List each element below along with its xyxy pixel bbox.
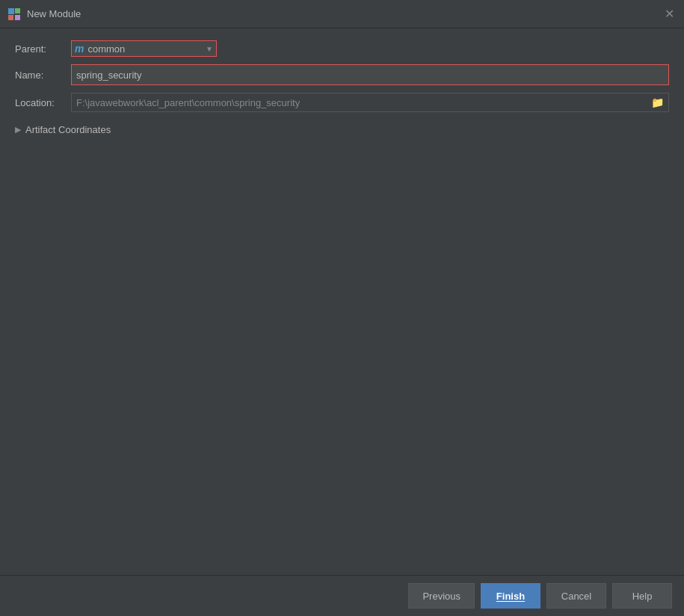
title-bar-left: New Module [7,7,81,21]
help-button[interactable]: Help [612,583,672,609]
close-button[interactable]: ✕ [662,7,677,22]
svg-rect-3 [15,15,20,20]
svg-rect-1 [15,8,20,13]
artifact-expand-icon: ▶ [15,125,21,135]
artifact-label: Artifact Coordinates [25,124,111,135]
dialog-content: Parent: m common ▼ Name: Location: F:\ja… [0,28,684,575]
svg-rect-0 [8,8,14,14]
parent-row: Parent: m common ▼ [15,40,669,57]
name-label: Name: [15,70,71,81]
location-label: Location: [15,97,71,108]
parent-dropdown[interactable]: m common ▼ [71,40,217,57]
dropdown-arrow-icon: ▼ [206,45,213,53]
name-row: Name: [15,64,669,85]
location-text: F:\javawebwork\acl_parent\common\spring_… [76,97,300,108]
location-browse-button[interactable]: 📁 [651,96,664,108]
location-row: Location: F:\javawebwork\acl_parent\comm… [15,93,669,112]
finish-button[interactable]: Finish [481,583,540,609]
name-input-wrapper [71,64,669,85]
previous-button[interactable]: Previous [408,583,475,609]
content-spacer [15,135,669,563]
button-bar: Previous Finish Cancel Help [0,575,684,616]
parent-module-icon: m [75,43,84,55]
parent-label: Parent: [15,43,71,55]
location-field: F:\javawebwork\acl_parent\common\spring_… [71,93,669,112]
new-module-dialog: New Module ✕ Parent: m common ▼ Name: Lo… [0,0,684,616]
artifact-coordinates-section[interactable]: ▶ Artifact Coordinates [15,124,669,135]
title-bar: New Module ✕ [0,0,684,28]
cancel-button[interactable]: Cancel [546,583,606,609]
module-dialog-icon [7,7,21,21]
name-input[interactable] [72,65,668,84]
svg-rect-2 [8,15,13,20]
dialog-title: New Module [27,8,81,19]
parent-value: common [87,43,203,55]
